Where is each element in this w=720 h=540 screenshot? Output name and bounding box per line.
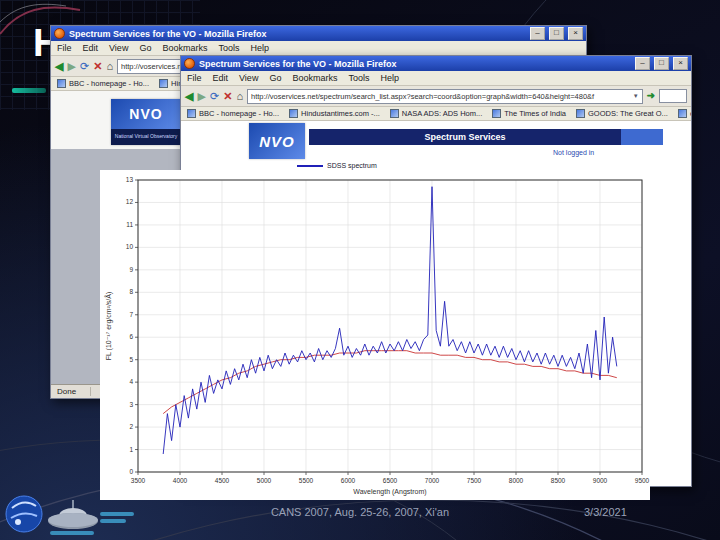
bookmarks-bar: BBC - homepage - Ho...Hindustantimes.com… xyxy=(181,107,691,121)
bookmark-icon xyxy=(187,109,196,118)
status-text: Done xyxy=(55,387,91,396)
dropdown-icon[interactable]: ▼ xyxy=(633,93,639,99)
menu-item[interactable]: Help xyxy=(380,73,399,83)
nvo-logo-subtext: National Virtual Observatory xyxy=(111,129,181,145)
menu-item[interactable]: File xyxy=(57,43,72,53)
firefox-icon xyxy=(184,58,195,69)
svg-text:5: 5 xyxy=(129,356,133,363)
legend-label: SDSS spectrum xyxy=(327,162,377,169)
svg-text:FL (10⁻¹⁷ erg/cm²/s/Å): FL (10⁻¹⁷ erg/cm²/s/Å) xyxy=(104,292,113,361)
svg-text:5500: 5500 xyxy=(299,477,314,484)
home-icon[interactable]: ⌂ xyxy=(236,91,243,102)
svg-text:10: 10 xyxy=(126,243,134,250)
menu-item[interactable]: File xyxy=(187,73,202,83)
nvo-logo: NVO National Virtual Observatory xyxy=(111,99,181,145)
close-button[interactable]: × xyxy=(568,27,583,40)
menu-item[interactable]: Go xyxy=(269,73,281,83)
maximize-button[interactable]: □ xyxy=(549,27,564,40)
menu-item[interactable]: Bookmarks xyxy=(292,73,337,83)
minimize-button[interactable]: – xyxy=(530,27,545,40)
bookmark-item[interactable]: BBC - homepage - Ho... xyxy=(187,109,279,118)
firefox-icon xyxy=(54,28,65,39)
login-status: Not logged in xyxy=(553,149,594,156)
legend-row: SDSS spectrum xyxy=(297,161,377,170)
bookmark-icon xyxy=(289,109,298,118)
spectrum-chart: 3500400045005000550060006500700075008000… xyxy=(100,170,650,500)
address-bar[interactable]: http://voservices.net/spectrum/search_li… xyxy=(247,89,643,104)
bookmark-item[interactable]: Hindustantimes.com -... xyxy=(289,109,380,118)
observatory-logo xyxy=(46,496,100,532)
svg-text:5000: 5000 xyxy=(257,477,272,484)
bookmark-item[interactable]: BBC - homepage - Ho... xyxy=(57,79,149,88)
home-icon[interactable]: ⌂ xyxy=(106,61,113,72)
svg-text:6000: 6000 xyxy=(341,477,356,484)
menu-item[interactable]: Tools xyxy=(218,43,239,53)
page-header-title: Spectrum Services xyxy=(309,129,621,145)
window-title: Spectrum Services for the VO - Mozilla F… xyxy=(69,29,526,39)
logo-caption-blur xyxy=(100,519,126,523)
stop-icon[interactable]: ✕ xyxy=(223,91,232,102)
back-icon[interactable]: ◀ xyxy=(185,91,193,102)
back-icon[interactable]: ◀ xyxy=(55,61,63,72)
svg-text:9000: 9000 xyxy=(593,477,608,484)
menu-item[interactable]: Edit xyxy=(213,73,229,83)
svg-text:8500: 8500 xyxy=(551,477,566,484)
svg-text:8: 8 xyxy=(129,288,133,295)
maximize-button[interactable]: □ xyxy=(654,57,669,70)
bookmark-icon xyxy=(678,109,687,118)
svg-text:6: 6 xyxy=(129,333,133,340)
svg-text:13: 13 xyxy=(126,176,134,183)
bookmark-item[interactable]: The Times of India xyxy=(492,109,566,118)
logo-caption-blur xyxy=(50,531,94,535)
nvo-logo-text: NVO xyxy=(111,99,181,129)
reload-icon[interactable]: ⟳ xyxy=(210,91,219,102)
menu-item[interactable]: View xyxy=(239,73,258,83)
svg-text:4: 4 xyxy=(129,378,133,385)
titlebar[interactable]: Spectrum Services for the VO - Mozilla F… xyxy=(181,56,691,71)
svg-text:8000: 8000 xyxy=(509,477,524,484)
cans-logo xyxy=(4,494,44,534)
stop-icon[interactable]: ✕ xyxy=(93,61,102,72)
svg-text:7: 7 xyxy=(129,311,133,318)
reload-icon[interactable]: ⟳ xyxy=(80,61,89,72)
forward-icon[interactable]: ▶ xyxy=(197,91,205,102)
menu-item[interactable]: Edit xyxy=(83,43,99,53)
page-header-accent xyxy=(621,129,663,145)
svg-text:4500: 4500 xyxy=(215,477,230,484)
svg-text:12: 12 xyxy=(126,198,134,205)
teal-streak-decor xyxy=(12,88,46,93)
forward-icon[interactable]: ▶ xyxy=(67,61,75,72)
bookmark-icon xyxy=(576,109,585,118)
menu-item[interactable]: Tools xyxy=(348,73,369,83)
menu-bar: FileEditViewGoBookmarksToolsHelp xyxy=(51,41,586,56)
svg-text:7000: 7000 xyxy=(425,477,440,484)
menu-item[interactable]: View xyxy=(109,43,128,53)
menu-item[interactable]: Help xyxy=(250,43,269,53)
go-icon[interactable]: ➜ xyxy=(647,91,655,101)
menu-item[interactable]: Bookmarks xyxy=(162,43,207,53)
logo-caption-blur xyxy=(100,512,134,516)
bookmark-icon xyxy=(57,79,66,88)
spectrum-plot: 3500400045005000550060006500700075008000… xyxy=(100,170,650,500)
svg-text:3: 3 xyxy=(129,401,133,408)
bookmark-item[interactable]: GOODS: The Great O... xyxy=(576,109,668,118)
svg-text:0: 0 xyxy=(129,468,133,475)
menu-item[interactable]: Go xyxy=(139,43,151,53)
titlebar[interactable]: Spectrum Services for the VO - Mozilla F… xyxy=(51,26,586,41)
svg-text:6500: 6500 xyxy=(383,477,398,484)
minimize-button[interactable]: – xyxy=(635,57,650,70)
footer-date: 3/3/2021 xyxy=(584,506,627,518)
search-box[interactable] xyxy=(659,89,687,103)
svg-text:4000: 4000 xyxy=(173,477,188,484)
bookmark-icon xyxy=(159,79,168,88)
bookmark-item[interactable]: orkut xyxy=(678,109,691,118)
svg-text:11: 11 xyxy=(126,221,133,228)
nav-toolbar: ◀ ▶ ⟳ ✕ ⌂ http://voservices.net/spectrum… xyxy=(181,86,691,107)
bookmark-item[interactable]: NASA ADS: ADS Hom... xyxy=(390,109,482,118)
svg-text:9500: 9500 xyxy=(635,477,650,484)
bookmark-icon xyxy=(390,109,399,118)
svg-text:2: 2 xyxy=(129,423,133,430)
menu-bar: FileEditViewGoBookmarksToolsHelp xyxy=(181,71,691,86)
svg-text:3500: 3500 xyxy=(131,477,146,484)
close-button[interactable]: × xyxy=(673,57,688,70)
